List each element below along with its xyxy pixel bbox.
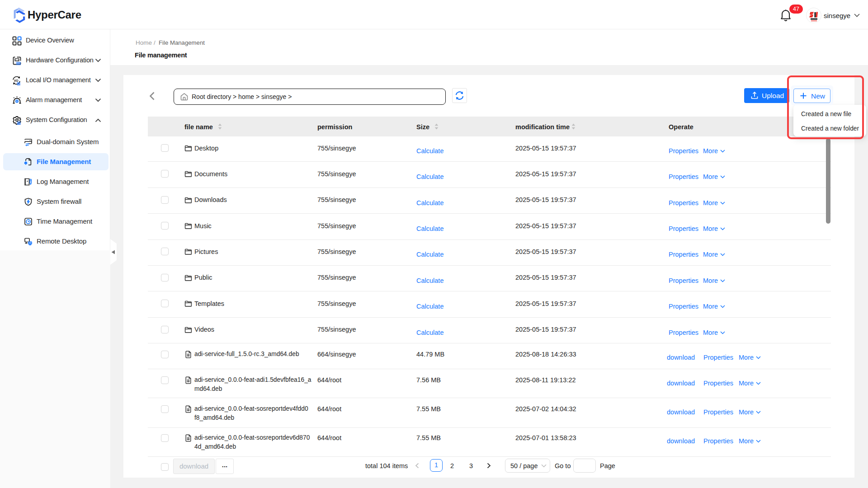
svg-text:I/O: I/O bbox=[14, 79, 19, 82]
